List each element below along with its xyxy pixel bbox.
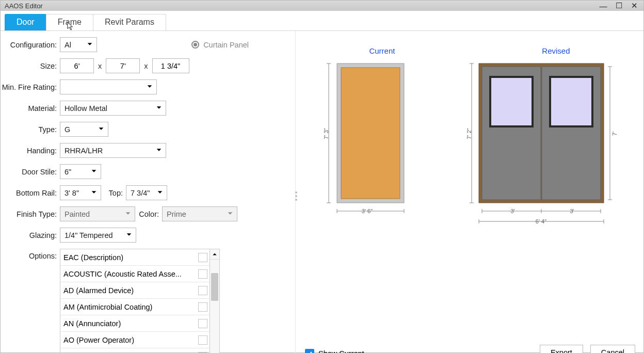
type-label: Type: <box>1 125 60 134</box>
chevron-down-icon <box>90 188 98 197</box>
color-label: Color: <box>135 210 162 218</box>
configuration-label: Configuration: <box>1 41 60 49</box>
revised-door-preview: 7' 2" 7' 3' 3' 6' 4" <box>466 58 616 229</box>
option-row[interactable]: AM (Antimicrobial Coating) <box>60 299 210 315</box>
options-scrollbar[interactable] <box>210 249 220 353</box>
option-row[interactable]: AD (Alarmed Device) <box>60 282 210 299</box>
glazing-label: Glazing: <box>1 231 60 239</box>
option-checkbox[interactable] <box>198 319 207 328</box>
chevron-down-icon <box>155 104 163 113</box>
option-checkbox[interactable] <box>198 302 207 312</box>
size-width-input[interactable]: 6' <box>60 58 94 73</box>
chevron-down-icon <box>86 40 93 49</box>
size-label: Size: <box>1 62 60 70</box>
option-row[interactable]: AN (Annunciator) <box>60 315 210 332</box>
curtain-panel-radio[interactable]: Curtain Panel <box>191 41 249 49</box>
minfire-select[interactable] <box>60 79 157 94</box>
checkbox-icon <box>305 349 314 353</box>
revised-label: Revised <box>542 46 570 55</box>
option-row[interactable]: AP (Access Control Panel) <box>60 348 210 353</box>
type-select[interactable]: G <box>60 122 108 137</box>
radio-icon <box>191 41 199 49</box>
option-checkbox[interactable] <box>198 253 207 262</box>
title-bar: AAOS Editor — ☐ ✕ <box>1 1 643 11</box>
chevron-down-icon <box>155 146 163 155</box>
finishtype-label: Finish Type: <box>1 210 60 218</box>
configuration-select[interactable]: Al <box>60 37 97 52</box>
minfire-label: Min. Fire Rating: <box>1 83 60 91</box>
material-select[interactable]: Hollow Metal <box>60 101 166 116</box>
finishtype-select[interactable]: Painted <box>60 206 135 221</box>
cursor-icon <box>67 22 74 31</box>
options-list[interactable]: EAC (Description) ACOUSTIC (Acoustic Rat… <box>60 249 210 353</box>
doorstile-label: Door Stile: <box>1 168 60 176</box>
doorstile-select[interactable]: 6" <box>60 164 101 179</box>
maximize-button[interactable]: ☐ <box>614 1 624 11</box>
option-checkbox[interactable] <box>198 286 207 295</box>
bottomrail-select[interactable]: 3' 8" <box>60 185 101 200</box>
svg-rect-4 <box>341 68 400 199</box>
scroll-thumb[interactable] <box>211 273 218 301</box>
current-door-preview: 7' 3" 3' 6" <box>324 58 411 229</box>
chevron-down-icon <box>125 231 133 239</box>
tab-door[interactable]: Door <box>5 14 46 31</box>
tab-revit-params[interactable]: Revit Params <box>93 14 166 31</box>
chevron-down-icon <box>98 125 105 134</box>
size-thickness-input[interactable]: 1 3/4" <box>152 58 189 73</box>
color-select[interactable]: Prime <box>162 206 237 221</box>
bottomrail-label: Bottom Rail: <box>1 189 60 197</box>
tab-frame[interactable]: Frame <box>46 14 93 31</box>
current-label: Current <box>369 46 395 55</box>
top-label: Top: <box>101 189 126 197</box>
handing-select[interactable]: RHRA/LHR <box>60 143 166 158</box>
show-current-checkbox[interactable]: Show Current <box>305 349 364 353</box>
chevron-down-icon <box>124 210 132 218</box>
options-label: Options: <box>1 249 60 260</box>
scroll-track[interactable] <box>210 260 219 353</box>
option-checkbox[interactable] <box>198 335 207 345</box>
window-title: AAOS Editor <box>5 2 43 10</box>
glazing-select[interactable]: 1/4" Tempered <box>60 228 136 243</box>
option-row[interactable]: EAC (Description) <box>60 249 210 266</box>
cancel-button[interactable]: Cancel <box>590 345 635 353</box>
size-height-input[interactable]: 7' <box>106 58 140 73</box>
export-button[interactable]: Export <box>540 345 583 353</box>
option-checkbox[interactable] <box>198 269 207 279</box>
chevron-down-icon <box>227 210 234 218</box>
option-row[interactable]: ACOUSTIC (Acoustic Rated Asse... <box>60 266 210 282</box>
top-select[interactable]: 7 3/4" <box>126 185 167 200</box>
close-button[interactable]: ✕ <box>629 1 639 11</box>
chevron-down-icon <box>156 188 164 197</box>
minimize-button[interactable]: — <box>598 1 608 11</box>
svg-rect-14 <box>490 77 533 126</box>
material-label: Material: <box>1 104 60 113</box>
svg-rect-15 <box>550 77 592 126</box>
option-row[interactable]: AO (Power Operator) <box>60 332 210 348</box>
handing-label: Handing: <box>1 147 60 155</box>
chevron-down-icon <box>146 83 153 91</box>
chevron-down-icon <box>90 167 98 176</box>
scroll-up-button[interactable] <box>210 249 219 260</box>
